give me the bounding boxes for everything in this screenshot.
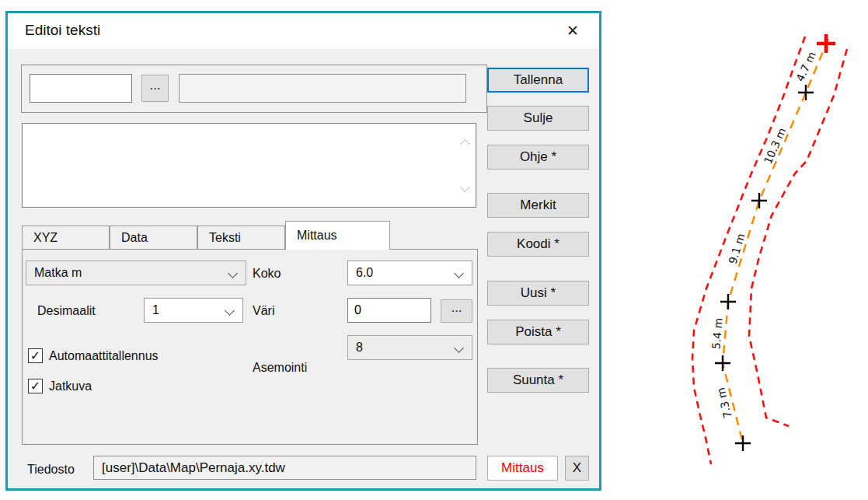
- cursor-cross-icon: [817, 34, 835, 53]
- tab-mittaus[interactable]: Mittaus: [285, 221, 390, 250]
- survey-point-marker: [798, 85, 814, 100]
- survey-point-marker: [720, 294, 736, 309]
- map-view[interactable]: 4.7 m10.3 m9.1 m5.4 m7.3 m: [0, 0, 868, 500]
- survey-point-marker: [751, 193, 767, 208]
- distance-label: 7.3 m: [714, 386, 734, 420]
- distance-label: 10.3 m: [762, 126, 789, 166]
- survey-point-marker: [715, 355, 730, 371]
- right-boundary-line: [749, 49, 847, 426]
- survey-point-marker: [735, 435, 751, 451]
- distance-label: 5.4 m: [709, 317, 724, 350]
- left-boundary-line: [692, 37, 805, 464]
- distance-label: 4.7 m: [793, 50, 818, 83]
